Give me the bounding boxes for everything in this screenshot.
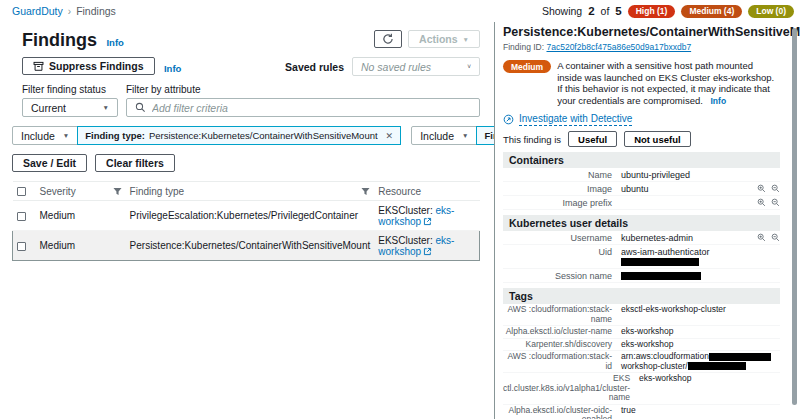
zoom-in-icon[interactable] bbox=[757, 233, 766, 242]
kv-row-session-name: Session name bbox=[503, 269, 780, 283]
kv-row-image-prefix: Image prefix bbox=[503, 196, 780, 210]
actions-button[interactable]: Actions ▼ bbox=[408, 30, 480, 48]
suppress-info-link[interactable]: Info bbox=[164, 63, 181, 74]
zoom-in-icon[interactable] bbox=[757, 198, 766, 207]
breadcrumb-guardduty-link[interactable]: GuardDuty bbox=[12, 5, 63, 17]
of-label: of bbox=[601, 5, 610, 17]
include-select[interactable]: Include ▼ bbox=[411, 126, 477, 145]
resource-cell: EKSCluster: eks-workshop bbox=[374, 231, 479, 261]
redacted-value bbox=[688, 362, 746, 370]
filter-token-sensitive-mount[interactable]: Finding type: Persistence:Kubernetes/Con… bbox=[77, 126, 401, 145]
kv-row-tag: EKS ctl.cluster.k8s.io/v1alpha1/cluster-… bbox=[503, 373, 780, 405]
filter-token-group: Include ▼ Finding type: Persistence:Kube… bbox=[12, 126, 401, 145]
refresh-button[interactable] bbox=[374, 30, 402, 48]
filter-attribute-label: Filter by attribute bbox=[126, 84, 480, 95]
tags-section-header: Tags bbox=[503, 288, 780, 304]
select-all-checkbox[interactable] bbox=[17, 187, 26, 196]
row-checkbox[interactable] bbox=[17, 242, 26, 251]
finding-status-select[interactable]: Current ▼ bbox=[22, 98, 118, 117]
scrollbar-thumb[interactable] bbox=[792, 28, 797, 405]
finding-id-label: Finding ID: bbox=[503, 42, 544, 52]
total-count: 5 bbox=[615, 5, 621, 17]
filter-criteria-input[interactable] bbox=[152, 102, 471, 114]
close-icon[interactable]: ✕ bbox=[386, 131, 394, 141]
resource-column-header: Resource bbox=[374, 182, 479, 201]
investigate-detective-link[interactable]: Investigate with Detective bbox=[503, 113, 780, 126]
page-title: Findings bbox=[22, 30, 97, 50]
panel-scrollbar[interactable] bbox=[791, 26, 798, 419]
findings-table: Severity Finding type bbox=[12, 181, 480, 261]
saved-rules-label: Saved rules bbox=[285, 61, 344, 73]
useful-button[interactable]: Useful bbox=[568, 131, 617, 147]
chevron-down-icon: ▼ bbox=[103, 104, 109, 111]
refresh-icon bbox=[382, 33, 394, 45]
kv-row-tag: AWS :cloudformation:stack-name eksctl-ek… bbox=[503, 304, 780, 326]
finding-type-column-header: Finding type bbox=[130, 186, 184, 197]
row-checkbox[interactable] bbox=[17, 212, 26, 221]
zoom-out-icon[interactable] bbox=[771, 198, 780, 207]
findings-list-pane: Findings Info Actions ▼ bbox=[0, 22, 494, 419]
not-useful-button[interactable]: Not useful bbox=[624, 131, 690, 147]
redacted-value bbox=[621, 258, 699, 266]
kv-row-tag: Alpha.eksctl.io/cluster-oidc-enabled tru… bbox=[503, 405, 780, 419]
kv-row-name: Name ubuntu-privileged bbox=[503, 168, 780, 182]
filter-funnel-icon[interactable] bbox=[361, 187, 370, 196]
high-severity-badge[interactable]: High (1) bbox=[628, 5, 676, 18]
kv-row-uid: Uid aws-iam-authenticator bbox=[503, 245, 780, 269]
suppress-icon bbox=[33, 61, 44, 72]
redacted-value bbox=[621, 272, 701, 280]
zoom-in-icon[interactable] bbox=[757, 184, 766, 193]
findings-summary: Showing 2 of 5 High (1) Medium (4) Low (… bbox=[542, 5, 794, 18]
clear-filters-button[interactable]: Clear filters bbox=[95, 154, 175, 172]
medium-severity-badge: Medium bbox=[503, 60, 551, 73]
filter-search-box bbox=[126, 98, 480, 117]
external-link-icon bbox=[423, 217, 432, 226]
findings-info-link[interactable]: Info bbox=[106, 37, 123, 48]
kubernetes-user-section-header: Kubernetes user details bbox=[503, 215, 780, 231]
chevron-down-icon: ▼ bbox=[463, 36, 469, 43]
save-edit-button[interactable]: Save / Edit bbox=[12, 154, 87, 172]
top-bar: GuardDuty › Findings Showing 2 of 5 High… bbox=[0, 0, 800, 22]
breadcrumb-separator-icon: › bbox=[68, 6, 71, 17]
containers-section-header: Containers bbox=[503, 152, 780, 168]
kv-row-tag: Karpenter.sh/discovery eks-workshop bbox=[503, 339, 780, 352]
saved-rules-select[interactable]: No saved rules ˅ bbox=[352, 57, 480, 76]
finding-title: Persistence:Kubernetes/ContainerWithSens… bbox=[503, 25, 800, 40]
showing-count: 2 bbox=[588, 5, 594, 17]
zoom-out-icon[interactable] bbox=[771, 233, 780, 242]
finding-description: A container with a sensitive host path m… bbox=[557, 60, 780, 107]
search-icon bbox=[135, 102, 146, 113]
finding-id-link[interactable]: 7ac520f2b8cf475a86e50d9a17bxxdb7 bbox=[546, 42, 691, 52]
chevron-down-icon: ▼ bbox=[63, 132, 69, 139]
description-info-link[interactable]: Info bbox=[711, 96, 727, 106]
suppress-findings-button[interactable]: Suppress Findings bbox=[22, 57, 155, 75]
guardduty-findings-page: GuardDuty › Findings Showing 2 of 5 High… bbox=[0, 0, 800, 419]
low-severity-badge[interactable]: Low (0) bbox=[748, 5, 794, 18]
feedback-label: This finding is bbox=[503, 134, 561, 145]
kv-row-username: Username kubernetes-admin bbox=[503, 231, 780, 245]
table-header-row: Severity Finding type bbox=[13, 182, 480, 201]
table-row-privileged-container[interactable]: Medium PrivilegeEscalation:Kubernetes/Pr… bbox=[13, 201, 480, 231]
filter-status-label: Filter finding status bbox=[22, 84, 118, 95]
finding-type-cell: Persistence:Kubernetes/ContainerWithSens… bbox=[126, 231, 375, 261]
chevron-down-icon: ˅ bbox=[467, 63, 471, 70]
detective-icon bbox=[503, 114, 514, 125]
kv-row-image: Image ubuntu bbox=[503, 182, 780, 196]
table-row-sensitive-mount-selected[interactable]: Medium Persistence:Kubernetes/ContainerW… bbox=[13, 231, 480, 261]
severity-column-header: Severity bbox=[40, 186, 76, 197]
medium-severity-badge[interactable]: Medium (4) bbox=[681, 5, 742, 18]
include-select[interactable]: Include ▼ bbox=[12, 126, 78, 145]
finding-detail-panel: Persistence:Kubernetes/ContainerWithSens… bbox=[494, 22, 800, 419]
breadcrumb: GuardDuty › Findings bbox=[12, 5, 116, 17]
filter-funnel-icon[interactable] bbox=[113, 187, 122, 196]
zoom-out-icon[interactable] bbox=[771, 184, 780, 193]
showing-label: Showing bbox=[542, 5, 582, 17]
external-link-icon bbox=[423, 247, 432, 256]
severity-cell: Medium bbox=[36, 201, 126, 231]
redacted-value bbox=[709, 353, 771, 361]
resource-cell: EKSCluster: eks-workshop bbox=[374, 201, 479, 231]
kv-row-tag: Alpha.eksctl.io/cluster-name eks-worksho… bbox=[503, 326, 780, 339]
breadcrumb-current: Findings bbox=[76, 5, 116, 17]
severity-cell: Medium bbox=[36, 231, 126, 261]
finding-type-cell: PrivilegeEscalation:Kubernetes/Privilege… bbox=[126, 201, 375, 231]
